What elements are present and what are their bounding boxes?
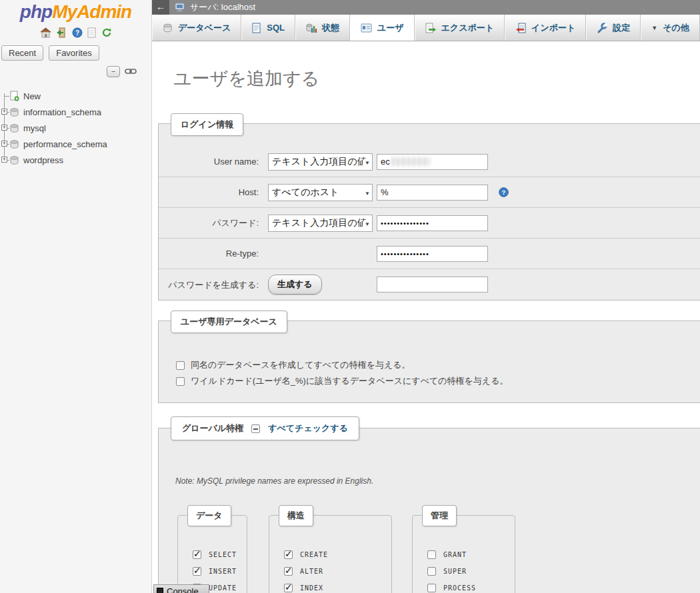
host-input[interactable]: % (377, 185, 488, 201)
check-all-checkbox[interactable] (251, 424, 260, 433)
privilege-select[interactable]: SELECT (178, 546, 247, 563)
tab-label: エクスポート (441, 22, 495, 34)
tree-connector (4, 96, 9, 97)
insert-checkbox[interactable] (193, 567, 201, 576)
database-icon (163, 23, 173, 33)
username-label: User name: (165, 156, 259, 167)
global-privileges-legend: グローバル特権 すべてチェックする (171, 416, 359, 440)
create-same-db-option[interactable]: 同名のデータベースを作成してすべての特権を与える。 (176, 357, 700, 373)
select-arrow-icon: ▼ (363, 160, 370, 166)
tab-label: ユーザ (377, 22, 404, 34)
tab-sql[interactable]: SQL (241, 15, 295, 41)
tree-item-label[interactable]: mysql (23, 123, 46, 133)
users-card-icon (361, 23, 372, 33)
link-with-main-icon[interactable] (125, 67, 137, 77)
wrench-icon (597, 23, 607, 33)
generate-button[interactable]: 生成する (268, 275, 322, 295)
tab-label: 状態 (322, 22, 339, 34)
database-icon (9, 155, 19, 165)
docs-icon[interactable] (87, 27, 97, 38)
privilege-super[interactable]: SUPER (413, 563, 515, 580)
favorites-button[interactable]: Favorites (49, 45, 99, 61)
expand-icon[interactable]: + (1, 141, 7, 147)
sql-file-icon (252, 23, 261, 33)
import-icon (515, 23, 526, 33)
console-toggle[interactable]: Console (153, 584, 209, 593)
tab-status[interactable]: 状態 (295, 15, 350, 41)
username-row: User name: テキスト入力項目の値▼ ec (159, 147, 700, 177)
tree-item-label[interactable]: information_schema (23, 107, 101, 117)
collapse-all-button[interactable]: − (107, 66, 120, 77)
wildcard-db-checkbox[interactable] (176, 377, 185, 386)
host-type-select[interactable]: すべてのホスト▼ (268, 184, 373, 201)
chevron-down-icon: ▼ (651, 25, 657, 31)
username-input[interactable]: ec (377, 154, 488, 170)
export-icon (425, 23, 436, 33)
status-chart-icon (306, 23, 317, 33)
phpmyadmin-logo[interactable]: phpMyAdmin (0, 1, 151, 23)
process-checkbox[interactable] (427, 584, 436, 592)
tab-label: 設定 (613, 22, 630, 34)
privilege-grant[interactable]: GRANT (413, 546, 515, 563)
super-checkbox[interactable] (427, 567, 436, 576)
data-privileges-legend: データ (187, 505, 231, 526)
expand-icon[interactable]: + (1, 125, 7, 131)
home-icon[interactable] (40, 27, 51, 38)
host-help-icon[interactable]: ? (499, 187, 509, 197)
tree-item-label[interactable]: performance_schema (23, 139, 107, 149)
privilege-process[interactable]: PROCESS (413, 580, 515, 593)
tab-export[interactable]: エクスポート (415, 15, 505, 41)
tab-users[interactable]: ユーザ (350, 15, 415, 41)
global-privileges-fieldset: グローバル特権 すべてチェックする Note: MySQL privilege … (158, 428, 700, 593)
tab-label: データベース (178, 22, 231, 34)
recent-button[interactable]: Recent (1, 45, 43, 61)
create-checkbox[interactable] (284, 550, 293, 559)
data-privileges-fieldset: データ SELECT INSERT UPDATE DELETE (177, 515, 247, 593)
username-type-select[interactable]: テキスト入力項目の値▼ (268, 153, 373, 171)
tree-item-wordpress[interactable]: + wordpress (1, 152, 151, 168)
check-all-link[interactable]: すべてチェックする (268, 422, 348, 434)
grant-checkbox[interactable] (427, 550, 436, 559)
privileges-note: Note: MySQL privilege names are expresse… (175, 476, 700, 486)
back-button[interactable]: ← (152, 0, 169, 15)
tree-item-new[interactable]: New (1, 88, 151, 104)
expand-icon[interactable]: + (1, 109, 7, 115)
password-input[interactable]: ••••••••••••••• (377, 215, 488, 231)
login-info-legend: ログイン情報 (171, 113, 243, 136)
console-icon (157, 588, 163, 593)
expand-icon[interactable]: + (1, 157, 7, 163)
tree-item-mysql[interactable]: + mysql (1, 120, 151, 136)
database-icon (9, 139, 19, 149)
tab-databases[interactable]: データベース (152, 15, 241, 41)
generated-password-input[interactable] (377, 277, 488, 293)
structure-privileges-fieldset: 構造 CREATE ALTER INDEX DROP (269, 515, 392, 593)
user-database-options: 同名のデータベースを作成してすべての特権を与える。 ワイルドカード(ユーザ名_%… (176, 357, 700, 389)
create-same-db-checkbox[interactable] (176, 361, 185, 370)
tab-more[interactable]: ▼ その他 (641, 15, 700, 41)
tree-item-label[interactable]: wordpress (23, 155, 63, 165)
option-label: 同名のデータベースを作成してすべての特権を与える。 (191, 359, 411, 371)
alter-checkbox[interactable] (284, 567, 293, 576)
help-icon[interactable]: ? (72, 27, 83, 38)
privilege-insert[interactable]: INSERT (178, 563, 247, 580)
password-type-select[interactable]: テキスト入力項目の値▼ (268, 215, 373, 232)
refresh-icon[interactable] (101, 27, 112, 38)
tree-item-information-schema[interactable]: + information_schema (1, 104, 151, 120)
logo-php: php (20, 1, 52, 22)
privilege-alter[interactable]: ALTER (269, 563, 391, 580)
page-title: ユーザを追加する (173, 67, 700, 91)
privilege-create[interactable]: CREATE (269, 546, 391, 563)
retype-label: Re-type: (165, 248, 259, 259)
tab-settings[interactable]: 設定 (586, 15, 641, 41)
tab-import[interactable]: インポート (505, 15, 586, 41)
tree-item-label[interactable]: New (23, 91, 41, 101)
logout-icon[interactable] (56, 27, 67, 38)
select-checkbox[interactable] (193, 550, 201, 559)
privilege-index[interactable]: INDEX (269, 580, 391, 593)
index-checkbox[interactable] (284, 584, 293, 592)
wildcard-db-option[interactable]: ワイルドカード(ユーザ名_%)に該当するデータベースにすべての特権を与える。 (176, 373, 700, 389)
retype-input[interactable]: ••••••••••••••• (377, 246, 488, 262)
svg-text:?: ? (75, 29, 79, 37)
tab-strip: データベース SQL 状態 ユーザ エクスポート インポート 設定 ▼ その他 (152, 15, 700, 41)
tree-item-performance-schema[interactable]: + performance_schema (1, 136, 151, 152)
